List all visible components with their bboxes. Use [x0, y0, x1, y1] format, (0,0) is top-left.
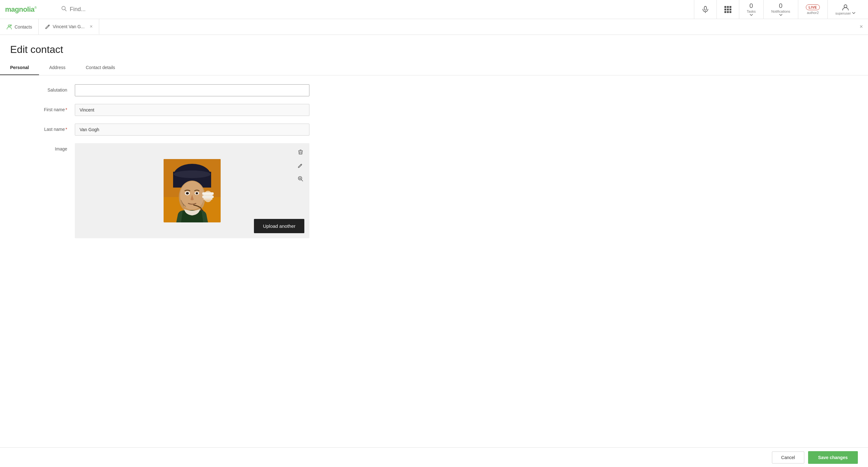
- image-label: Image: [10, 143, 67, 152]
- tab-edit-contact[interactable]: Vincent Van G... ×: [39, 19, 99, 35]
- last-name-label: Last name*: [10, 124, 67, 132]
- grid-menu-button[interactable]: [717, 0, 739, 19]
- search-icon: [61, 5, 67, 13]
- svg-line-12: [302, 180, 303, 181]
- subtab-personal[interactable]: Personal: [0, 61, 39, 75]
- search-bar[interactable]: [56, 0, 694, 19]
- salutation-label: Salutation: [10, 84, 67, 93]
- page-title: Edit contact: [0, 35, 868, 61]
- tab-contacts-label: Contacts: [14, 24, 32, 30]
- svg-point-6: [10, 25, 12, 26]
- last-name-row: Last name*: [0, 120, 868, 139]
- topbar: magnolia ® 0 Tasks 0 Notifications LIVE …: [0, 0, 868, 19]
- upload-another-button[interactable]: Upload another: [254, 219, 304, 233]
- first-name-label: First name*: [10, 104, 67, 112]
- salutation-row: Salutation: [0, 80, 868, 100]
- image-actions: [296, 147, 306, 184]
- subtab-address[interactable]: Address: [39, 61, 75, 75]
- first-name-input[interactable]: [75, 104, 309, 116]
- tab-edit-label: Vincent Van G...: [53, 24, 85, 29]
- main-content: Edit contact Personal Address Contact de…: [0, 35, 868, 447]
- search-input[interactable]: [70, 6, 689, 13]
- svg-rect-2: [704, 6, 706, 10]
- salutation-input[interactable]: [75, 84, 309, 96]
- live-status: LIVE author2: [798, 0, 828, 19]
- delete-image-button[interactable]: [296, 147, 306, 157]
- tab-edit-close[interactable]: ×: [90, 24, 93, 30]
- edit-image-button[interactable]: [296, 160, 306, 170]
- microphone-button[interactable]: [694, 0, 717, 19]
- form: Salutation First name* Last name* Image: [0, 75, 868, 274]
- subtab-contact-details[interactable]: Contact details: [76, 61, 126, 75]
- svg-rect-25: [202, 196, 214, 198]
- svg-line-1: [65, 9, 67, 11]
- subtabs: Personal Address Contact details: [0, 61, 868, 75]
- notifications-button[interactable]: 0 Notifications: [764, 0, 798, 19]
- logo: magnolia ®: [5, 5, 56, 13]
- svg-point-4: [844, 5, 847, 8]
- svg-point-5: [8, 25, 10, 27]
- first-name-row: First name*: [0, 100, 868, 120]
- svg-rect-8: [300, 150, 302, 151]
- tabbar: Contacts Vincent Van G... × ×: [0, 19, 868, 35]
- tab-contacts[interactable]: Contacts: [0, 19, 39, 35]
- user-menu[interactable]: superuser: [828, 0, 863, 19]
- svg-rect-24: [202, 192, 214, 195]
- tabbar-close-right[interactable]: ×: [860, 24, 863, 30]
- tasks-button[interactable]: 0 Tasks: [739, 0, 764, 19]
- last-name-input[interactable]: [75, 124, 309, 136]
- svg-point-19: [174, 170, 211, 178]
- svg-point-28: [187, 193, 188, 194]
- zoom-image-button[interactable]: [296, 174, 306, 184]
- svg-point-31: [196, 193, 197, 194]
- image-row: Image: [0, 139, 868, 242]
- image-container: Upload another: [75, 143, 309, 238]
